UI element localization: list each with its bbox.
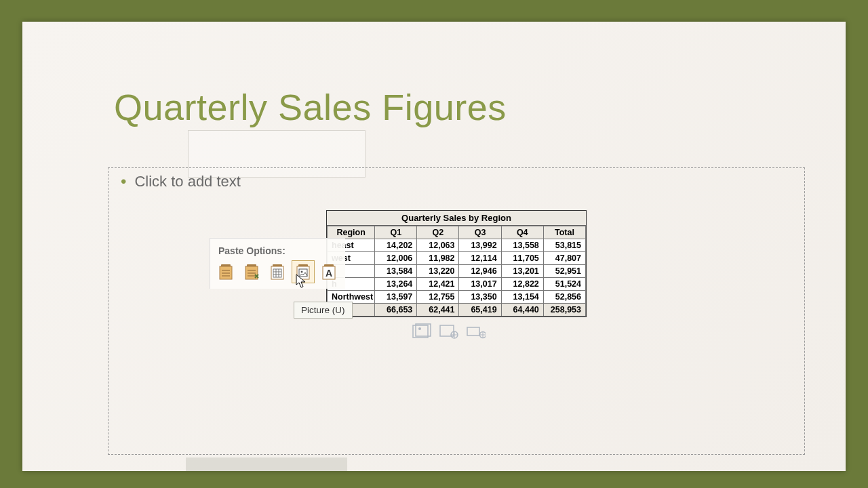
cell-q2: 12,063 (417, 239, 459, 252)
table-row: west12,00611,98212,11411,70547,807 (328, 252, 586, 265)
table-row: 66,65362,44165,41964,440258,953 (328, 304, 586, 317)
cell-q4: 13,201 (501, 265, 543, 278)
th-q4: Q4 (501, 226, 543, 239)
table-row: t13,58413,22012,94613,20152,951 (328, 265, 586, 278)
th-total: Total (543, 226, 585, 239)
cell-q2: 13,220 (417, 265, 459, 278)
slide-canvas: Quarterly Sales Figures • Click to add t… (22, 22, 846, 471)
table-header-row: Region Q1 Q2 Q3 Q4 Total (328, 226, 586, 239)
table-row: h13,26412,42113,01712,82251,524 (328, 278, 586, 291)
cell-q3: 12,946 (459, 265, 501, 278)
th-q1: Q1 (375, 226, 417, 239)
svg-point-2 (418, 327, 421, 330)
cell-q1: 13,584 (375, 265, 417, 278)
cell-q1: 13,264 (375, 278, 417, 291)
cell-q3: 13,017 (459, 278, 501, 291)
svg-rect-5 (467, 327, 479, 336)
cell-total: 258,953 (543, 304, 585, 317)
cell-q1: 66,653 (375, 304, 417, 317)
cell-q4: 11,705 (501, 252, 543, 265)
placeholder-text-line[interactable]: • Click to add text (121, 172, 241, 191)
cell-q3: 65,419 (459, 304, 501, 317)
insert-online-picture-icon[interactable] (439, 323, 458, 340)
th-q2: Q2 (417, 226, 459, 239)
cell-q4: 64,440 (501, 304, 543, 317)
slide-title[interactable]: Quarterly Sales Figures (114, 86, 507, 128)
cell-total: 52,951 (543, 265, 585, 278)
cell-q1: 12,006 (375, 252, 417, 265)
table-row: heast14,20212,06313,99213,55853,815 (328, 239, 586, 252)
th-q3: Q3 (459, 226, 501, 239)
th-region: Region (328, 226, 375, 239)
cell-q4: 12,822 (501, 278, 543, 291)
cell-q4: 13,558 (501, 239, 543, 252)
cell-q2: 62,441 (417, 304, 459, 317)
paste-embed-button[interactable] (266, 260, 289, 283)
cell-q2: 12,755 (417, 291, 459, 304)
bullet-icon: • (121, 172, 126, 191)
paste-options-label: Paste Options: (210, 239, 345, 260)
svg-point-17 (301, 271, 303, 273)
paste-keep-source-formatting-button[interactable] (240, 260, 263, 283)
cell-q3: 13,992 (459, 239, 501, 252)
cell-q4: 13,154 (501, 291, 543, 304)
cell-q1: 13,597 (375, 291, 417, 304)
paste-text-only-button[interactable]: A (317, 260, 340, 283)
svg-text:A: A (326, 268, 332, 279)
content-placeholder-icons (412, 323, 486, 340)
sales-table[interactable]: Quarterly Sales by Region Region Q1 Q2 Q… (326, 210, 587, 317)
cell-total: 53,815 (543, 239, 585, 252)
cell-q2: 11,982 (417, 252, 459, 265)
cell-q1: 14,202 (375, 239, 417, 252)
table-title: Quarterly Sales by Region (327, 211, 586, 226)
table-row: Northwest13,59712,75513,35013,15452,856 (328, 291, 586, 304)
cell-q3: 13,350 (459, 291, 501, 304)
bottom-ghost-bar (186, 458, 347, 471)
paste-option-tooltip: Picture (U) (294, 302, 353, 319)
cell-total: 47,807 (543, 252, 585, 265)
insert-picture-icon[interactable] (412, 323, 431, 340)
mouse-cursor-icon (296, 274, 307, 289)
placeholder-text: Click to add text (134, 173, 241, 190)
cell-total: 52,856 (543, 291, 585, 304)
cell-q2: 12,421 (417, 278, 459, 291)
cell-total: 51,524 (543, 278, 585, 291)
paste-options-panel[interactable]: Paste Options: A (210, 238, 345, 289)
paste-use-destination-theme-button[interactable] (214, 260, 237, 283)
insert-video-icon[interactable] (467, 323, 486, 340)
cell-q3: 12,114 (459, 252, 501, 265)
